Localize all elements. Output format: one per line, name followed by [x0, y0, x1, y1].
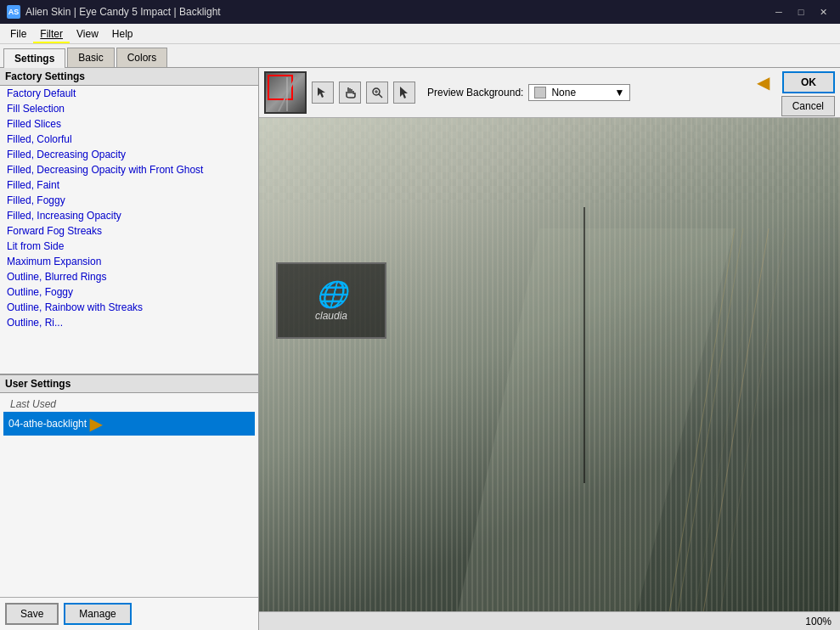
list-item[interactable]: Outline, Ri...	[0, 315, 258, 330]
tab-settings[interactable]: Settings	[3, 48, 65, 68]
dropdown-arrow-icon: ▼	[615, 87, 625, 98]
watermark: 🌐 claudia	[276, 262, 386, 339]
user-settings-section: User Settings Last Used 04-athe-backligh…	[0, 375, 258, 630]
zoom-tool-button[interactable]	[366, 82, 388, 104]
select-tool-button[interactable]	[312, 82, 334, 104]
user-settings-list[interactable]: Last Used 04-athe-backlight ◀	[0, 393, 258, 597]
hand-tool-button[interactable]	[339, 82, 361, 104]
window-controls[interactable]: ─ □ ✕	[769, 3, 833, 20]
app-icon: AS	[7, 5, 20, 19]
ok-button[interactable]: OK	[782, 71, 835, 93]
preview-area: 🌐 claudia	[259, 118, 840, 611]
factory-settings-list: Factory Default Fill Selection Filled Sl…	[0, 86, 258, 330]
bottom-buttons: Save Manage	[0, 597, 258, 630]
list-item[interactable]: Lit from Side	[0, 239, 258, 254]
svg-line-3	[379, 94, 382, 98]
list-item[interactable]: Fill Selection	[0, 101, 258, 116]
watermark-globe-icon: 🌐	[315, 279, 347, 309]
preview-bg-dropdown[interactable]: None ▼	[528, 84, 630, 101]
list-item[interactable]: Filled, Colorful	[0, 132, 258, 147]
list-item[interactable]: Forward Fog Streaks	[0, 223, 258, 239]
ok-button-wrapper: ◀ OK	[782, 71, 835, 93]
menu-file[interactable]: File	[3, 26, 33, 42]
list-item[interactable]: Outline, Rainbow with Streaks	[0, 300, 258, 315]
menu-bar: File Filter View Help	[0, 24, 840, 44]
main-layout: Factory Settings Factory Default Fill Se…	[0, 68, 840, 630]
user-settings-header: User Settings	[0, 375, 258, 393]
maximize-button[interactable]: □	[791, 3, 811, 20]
title-bar-text: Alien Skin | Eye Candy 5 Impact | Backli…	[25, 6, 221, 18]
user-setting-name: 04-athe-backlight	[8, 418, 87, 430]
factory-settings-header: Factory Settings	[0, 68, 258, 86]
list-item[interactable]: Filled, Decreasing Opacity with Front Gh…	[0, 162, 258, 177]
list-item[interactable]: Filled, Increasing Opacity	[0, 208, 258, 223]
list-item[interactable]: Filled, Faint	[0, 177, 258, 193]
backlight-stripes	[259, 118, 840, 611]
manage-button[interactable]: Manage	[64, 603, 131, 625]
menu-filter[interactable]: Filter	[33, 26, 70, 42]
gold-pointer-icon: ◀	[90, 413, 103, 434]
factory-settings-list-container[interactable]: Factory Default Fill Selection Filled Sl…	[0, 86, 258, 374]
user-setting-item[interactable]: 04-athe-backlight ◀	[3, 412, 255, 436]
watermark-text: claudia	[315, 310, 347, 322]
ok-cancel-area: ◀ OK Cancel	[781, 71, 835, 116]
zoom-level: 100%	[805, 616, 832, 627]
list-item[interactable]: Filled, Decreasing Opacity	[0, 147, 258, 162]
watermark-content: 🌐 claudia	[315, 279, 347, 322]
menu-view[interactable]: View	[70, 26, 105, 42]
right-panel: Preview Background: None ▼ ◀ OK Cancel	[259, 68, 840, 630]
last-used-label: Last Used	[3, 397, 255, 412]
list-item[interactable]: Filled Slices	[0, 116, 258, 132]
save-button[interactable]: Save	[5, 603, 59, 625]
title-bar: AS Alien Skin | Eye Candy 5 Impact | Bac…	[0, 0, 840, 24]
menu-help[interactable]: Help	[105, 26, 140, 42]
list-item[interactable]: Factory Default	[0, 86, 258, 101]
preview-bg-value: None	[551, 87, 576, 98]
tab-bar: Settings Basic Colors	[0, 44, 840, 68]
left-panel: Factory Settings Factory Default Fill Se…	[0, 68, 259, 630]
right-toolbar: Preview Background: None ▼ ◀ OK Cancel	[259, 68, 840, 118]
cursor-tool-button[interactable]	[393, 82, 415, 104]
preview-bg-label: Preview Background:	[427, 87, 523, 98]
tab-colors[interactable]: Colors	[116, 48, 168, 67]
list-item[interactable]: Filled, Foggy	[0, 193, 258, 208]
factory-settings-section: Factory Settings Factory Default Fill Se…	[0, 68, 258, 375]
close-button[interactable]: ✕	[813, 3, 833, 20]
thumb-image	[266, 73, 305, 112]
preview-thumbnail	[264, 71, 307, 114]
status-bar: 100%	[259, 611, 840, 630]
tab-basic[interactable]: Basic	[67, 48, 114, 67]
ok-gold-pointer-icon: ◀	[757, 72, 770, 93]
list-item[interactable]: Maximum Expansion	[0, 254, 258, 269]
list-item[interactable]: Outline, Foggy	[0, 284, 258, 300]
list-item[interactable]: Outline, Blurred Rings	[0, 269, 258, 284]
cancel-button[interactable]: Cancel	[781, 96, 835, 116]
minimize-button[interactable]: ─	[769, 3, 789, 20]
